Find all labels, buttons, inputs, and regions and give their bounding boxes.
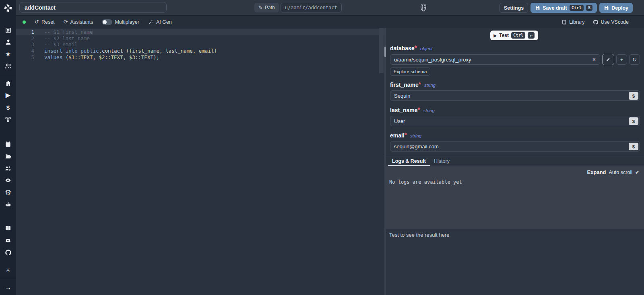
line-number: 2 (16, 35, 34, 42)
autoscroll-toggle[interactable]: Auto scroll (609, 170, 632, 175)
deploy-button[interactable]: Deploy (599, 3, 633, 13)
sidebar-item-runs[interactable] (0, 24, 16, 36)
email-input[interactable] (390, 143, 640, 150)
field-type: string (423, 108, 435, 113)
line-number: 3 (16, 41, 34, 48)
settings-button-label: Settings (504, 5, 524, 11)
sidebar-item-variables[interactable]: $ (0, 101, 16, 113)
clear-icon[interactable]: × (588, 56, 600, 63)
status-dot (23, 20, 26, 24)
path-label: Path (265, 5, 275, 10)
sidebar-item-discord[interactable] (0, 234, 16, 246)
sidebar-item-folders[interactable] (0, 150, 16, 162)
assistants-label: Assistants (70, 19, 93, 25)
field-input-row: $ (390, 90, 640, 101)
logs-controls: Expand Auto scroll ✔ (587, 169, 639, 175)
email-field[interactable]: $ (390, 141, 640, 152)
code-editor[interactable]: 1 -- $1 first_name 2 -- $2 last_name 3 -… (16, 28, 384, 295)
result-placeholder: Test to see the result here (386, 229, 644, 241)
field-input-row: $ (390, 141, 640, 152)
insert-variable-button[interactable]: $ (629, 143, 638, 150)
required-asterisk: * (419, 81, 421, 88)
first-name-field[interactable]: $ (390, 90, 640, 101)
arrow-right-icon: → (5, 284, 12, 291)
sidebar-item-resources[interactable] (0, 113, 16, 125)
edit-resource-button[interactable] (602, 54, 614, 65)
sidebar-item-favorites[interactable]: ★ (0, 48, 16, 60)
github-icon (593, 19, 599, 25)
script-name-input[interactable] (19, 2, 167, 13)
multiplayer-label: Multiplayer (115, 19, 139, 25)
topbar-actions: Settings Save draft Ctrl S Deploy (500, 3, 633, 13)
logs-empty-message: No logs are available yet (389, 179, 462, 185)
field-label-row: last_name* string (390, 107, 640, 114)
save-draft-label: Save draft (543, 5, 567, 11)
add-resource-button[interactable]: + (616, 54, 627, 65)
code-line: 1 -- $1 first_name (16, 29, 384, 35)
check-icon[interactable]: ✔ (635, 170, 639, 175)
result-tabs: Logs & Result History (386, 156, 644, 166)
sun-icon: ☀ (5, 267, 10, 273)
sidebar-item-groups[interactable] (0, 60, 16, 72)
editor-scrollbar[interactable] (379, 28, 384, 295)
ai-gen-label: AI Gen (156, 19, 172, 25)
test-button[interactable]: ▶ Test Ctrl ↵ (490, 31, 538, 40)
library-button[interactable]: Library (561, 19, 584, 25)
expand-button[interactable]: Expand (587, 169, 606, 175)
kbd-enter: ↵ (528, 32, 534, 39)
line-number: 4 (16, 48, 34, 54)
settings-button[interactable]: Settings (500, 3, 528, 13)
field-name: last_name (390, 107, 417, 113)
toggle-switch[interactable] (102, 19, 112, 25)
sidebar-item-ai[interactable] (0, 199, 16, 211)
sidebar-item-workers[interactable] (0, 162, 16, 174)
tab-logs-result[interactable]: Logs & Result (388, 156, 430, 166)
windmill-logo-icon[interactable] (3, 3, 13, 13)
sidebar-item-runs-play[interactable]: ▶ (0, 89, 16, 101)
refresh-resource-button[interactable]: ↻ (629, 54, 640, 65)
path-value: u/aamir/addcontact (281, 3, 342, 12)
sidebar-divider (0, 278, 16, 278)
scrollbar-thumb[interactable] (379, 28, 384, 73)
field-input-row: $ (390, 116, 640, 126)
sidebar-item-github[interactable] (0, 246, 16, 258)
assistants-button[interactable]: ⟳ Assistants (64, 19, 93, 25)
collapse-sidebar-button[interactable]: → (0, 280, 16, 295)
last-name-input[interactable] (390, 118, 640, 124)
field-type: string (410, 133, 421, 138)
reset-button[interactable]: ↺ Reset (35, 19, 55, 25)
pencil-icon: ✎ (258, 5, 262, 10)
tab-history[interactable]: History (430, 156, 454, 166)
kbd-s: S (586, 5, 592, 11)
edit-path-button[interactable]: ✎ Path (254, 3, 279, 12)
sidebar-item-user[interactable] (0, 36, 16, 48)
sidebar-item-schedules[interactable] (0, 138, 16, 150)
logs-section: Expand Auto scroll ✔ No logs are availab… (386, 166, 644, 229)
toolbar-right: Library Use VScode (561, 19, 644, 25)
toggle-knob (103, 20, 107, 24)
ai-gen-button[interactable]: AI Gen (148, 19, 172, 25)
multiplayer-toggle[interactable]: Multiplayer (102, 19, 139, 25)
code-line: 3 -- $3 email (16, 41, 384, 48)
database-resource-picker[interactable]: × (390, 54, 600, 65)
use-vscode-button[interactable]: Use VScode (593, 19, 629, 25)
reset-label: Reset (41, 19, 55, 25)
database-input[interactable] (390, 57, 588, 63)
insert-variable-button[interactable]: $ (629, 117, 638, 125)
sidebar-item-home[interactable] (0, 78, 16, 90)
sidebar-divider (0, 75, 16, 75)
last-name-field[interactable]: $ (390, 116, 640, 126)
explore-schema-button[interactable]: Explore schema (390, 68, 430, 76)
theme-toggle[interactable]: ☀ (0, 264, 16, 276)
dollar-icon: $ (6, 104, 10, 111)
code-text: -- $1 first_name (34, 29, 93, 35)
field-name: database (390, 45, 415, 51)
sidebar-item-docs[interactable] (0, 223, 16, 235)
sidebar-item-settings[interactable]: ⚙ (0, 186, 16, 199)
first-name-input[interactable] (390, 93, 640, 99)
test-button-label: Test (499, 33, 509, 38)
vscode-label: Use VScode (601, 19, 629, 25)
sidebar-item-audit-logs[interactable] (0, 174, 16, 186)
insert-variable-button[interactable]: $ (629, 92, 638, 100)
save-draft-button[interactable]: Save draft Ctrl S (530, 3, 597, 13)
